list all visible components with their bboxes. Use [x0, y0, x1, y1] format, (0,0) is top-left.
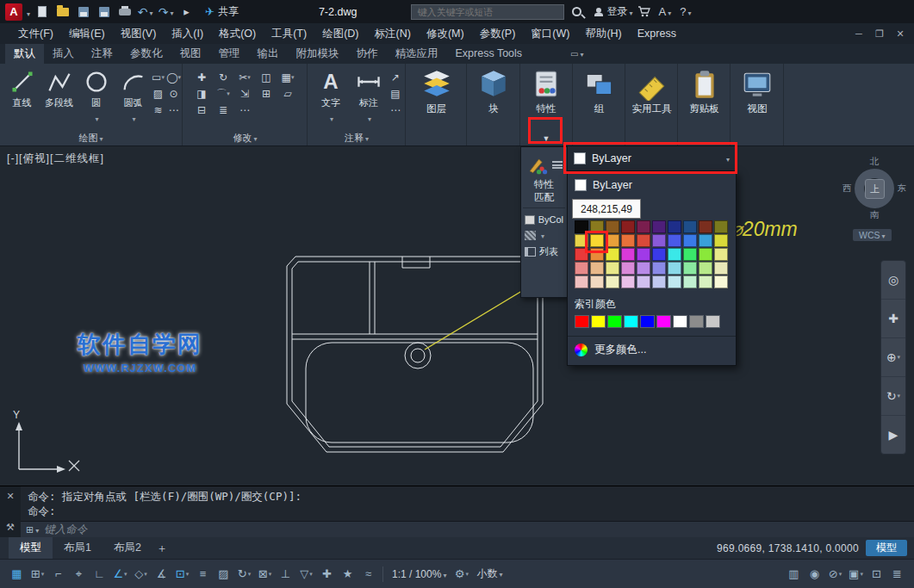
chevron-down-icon[interactable] — [168, 5, 173, 18]
more-modify-tools-icon[interactable]: ⋯ — [235, 103, 254, 117]
layout-tab[interactable]: 布局2 — [103, 537, 152, 559]
grid-icon[interactable]: ▦ — [7, 564, 27, 585]
color-swatch[interactable] — [668, 275, 681, 288]
save-button[interactable] — [74, 3, 92, 21]
color-swatch[interactable] — [714, 248, 728, 261]
scale-icon[interactable]: ⊞ — [257, 87, 276, 101]
properties-flyout-arrow-icon[interactable]: ▼ — [543, 134, 550, 143]
panel-modify-bar[interactable]: 修改 — [183, 131, 307, 145]
color-swatch[interactable] — [699, 248, 712, 261]
color-swatch[interactable] — [606, 234, 619, 247]
color-swatch[interactable] — [575, 248, 588, 261]
color-swatch[interactable] — [575, 220, 588, 233]
showmotion-icon[interactable]: ▶ — [881, 416, 905, 454]
index-color-swatch[interactable] — [656, 315, 671, 328]
color-swatch[interactable] — [699, 234, 712, 247]
dynamic-input-icon[interactable]: ⌖ — [69, 564, 89, 585]
color-swatch[interactable] — [652, 234, 666, 247]
text-tool[interactable]: A 文字 — [312, 67, 350, 125]
copy-icon[interactable]: ◫ — [257, 71, 276, 84]
color-swatch[interactable] — [668, 248, 681, 261]
viewcube-north-label[interactable]: 北 — [870, 156, 880, 168]
selection-cycling-icon[interactable]: ↻ — [234, 564, 254, 585]
viewcube-east-label[interactable]: 东 — [898, 183, 907, 195]
close-icon[interactable]: ✕ — [890, 23, 911, 44]
color-swatch[interactable] — [652, 275, 666, 288]
layer-properties-button[interactable]: 图层 — [407, 64, 466, 115]
ribbon-tab[interactable]: 管理 — [210, 44, 249, 64]
new-layout-button[interactable]: ＋ — [152, 541, 171, 556]
menu-item[interactable]: 工具(T) — [264, 23, 314, 44]
menu-item[interactable]: 格式(O) — [211, 23, 264, 44]
command-input[interactable]: ⊞ 键入命令 — [21, 521, 914, 537]
index-color-swatch[interactable] — [607, 315, 622, 328]
rotate-icon[interactable]: ↻ — [214, 71, 233, 84]
dynamic-ucs-icon[interactable]: ⊥ — [276, 564, 295, 585]
menu-item[interactable]: 插入(I) — [164, 23, 211, 44]
command-options-icon[interactable]: ⊞ — [26, 524, 39, 535]
more-draw-tools-icon[interactable]: ⋯ — [167, 103, 180, 117]
color-swatch[interactable] — [621, 220, 635, 233]
color-swatch[interactable] — [606, 248, 619, 261]
search-input[interactable] — [411, 4, 564, 20]
wcs-dropdown[interactable]: WCS — [853, 229, 892, 241]
menu-item[interactable]: 编辑(E) — [61, 23, 113, 44]
match-properties-icon[interactable] — [525, 153, 548, 176]
menu-item[interactable]: 视图(V) — [113, 23, 165, 44]
color-swatch[interactable] — [683, 262, 697, 275]
menu-item[interactable]: 参数(P) — [472, 23, 524, 44]
color-swatch[interactable] — [637, 248, 650, 261]
ribbon-tab[interactable]: 插入 — [44, 44, 83, 64]
gizmo-icon[interactable]: ✚ — [317, 564, 337, 585]
clean-screen-icon[interactable]: ⊡ — [867, 564, 886, 585]
ribbon-tab[interactable]: Express Tools — [447, 44, 532, 64]
color-swatch[interactable] — [714, 262, 728, 275]
group-button[interactable]: 组 — [574, 64, 625, 115]
array-icon[interactable]: ▦ — [278, 71, 297, 84]
more-annotate-icon[interactable]: ⋯ — [388, 103, 403, 117]
index-color-swatch[interactable] — [640, 315, 655, 328]
close-command-icon[interactable]: ✕ — [6, 491, 14, 502]
dimension-text[interactable]: ⌀20mm — [731, 218, 798, 240]
app-store-button[interactable] — [635, 3, 653, 21]
panel-annotate-bar[interactable]: 注释 — [308, 131, 405, 145]
color-swatch[interactable] — [590, 275, 604, 288]
color-swatch[interactable] — [606, 220, 619, 233]
arc-tool[interactable]: 圆弧 — [115, 67, 152, 125]
ribbon-tab[interactable]: 精选应用 — [387, 44, 447, 64]
color-swatch[interactable] — [621, 248, 635, 261]
drawing-canvas[interactable]: ⌀20mm Y [-][俯视][二维线框] 软件自学网 WWW.RJZXW.CO… — [0, 146, 914, 486]
viewcube-west-label[interactable]: 西 — [842, 183, 852, 195]
color-swatch[interactable] — [668, 262, 681, 275]
object-color-control[interactable]: ByCol — [521, 212, 567, 227]
menu-item[interactable]: 窗口(W) — [523, 23, 577, 44]
explode-icon[interactable]: ≣ — [214, 103, 233, 117]
more-colors-option[interactable]: 更多颜色... — [568, 336, 736, 360]
chevron-down-icon[interactable] — [366, 109, 371, 125]
table-icon[interactable]: ▤ — [388, 87, 403, 101]
plot-button[interactable] — [115, 3, 134, 21]
index-color-swatch[interactable] — [591, 315, 606, 328]
fillet-icon[interactable]: ⌒ — [214, 87, 233, 101]
color-swatch[interactable] — [714, 220, 728, 233]
isolate-objects-icon[interactable]: ⊘ — [825, 564, 845, 585]
color-swatch[interactable] — [590, 234, 604, 247]
annotation-monitor-icon[interactable]: ◉ — [805, 564, 824, 585]
annotation-visibility-icon[interactable]: ★ — [338, 564, 358, 585]
color-swatch[interactable] — [714, 275, 728, 288]
color-swatch[interactable] — [668, 234, 681, 247]
layout-tab[interactable]: 模型 — [9, 537, 53, 559]
color-swatch[interactable] — [606, 262, 619, 275]
save-as-button[interactable] — [95, 3, 113, 21]
ribbon-tab[interactable]: 附加模块 — [288, 44, 348, 64]
search-icon[interactable] — [572, 7, 581, 16]
isometric-drafting-icon[interactable]: ◇ — [131, 564, 151, 585]
insert-block-button[interactable]: 块 — [468, 64, 519, 115]
line-tool[interactable]: 直线 — [3, 67, 40, 109]
autodesk-account-button[interactable]: A — [656, 3, 674, 21]
chevron-down-icon[interactable] — [147, 5, 152, 18]
customize-wrench-icon[interactable]: ⚒ — [6, 522, 15, 533]
layout-tab[interactable]: 布局1 — [53, 537, 103, 559]
lineweight-icon[interactable]: ≡ — [193, 564, 213, 585]
color-swatch[interactable] — [637, 220, 650, 233]
